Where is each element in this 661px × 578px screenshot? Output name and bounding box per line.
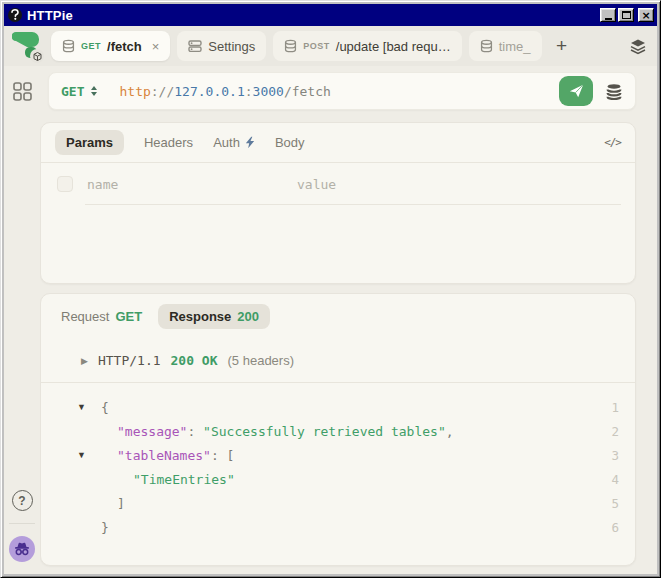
headers-count: (5 headers) <box>228 353 294 368</box>
fold-open-icon[interactable]: ▼ <box>77 450 101 460</box>
database-icon <box>62 39 75 53</box>
code-view-toggle-icon[interactable]: </> <box>604 136 621 149</box>
response-panel: Request GET Response 200 ▶ HTTP/1.1 200 … <box>40 293 636 566</box>
method-value: GET <box>61 84 84 99</box>
tab-method: GET <box>81 41 101 51</box>
help-icon[interactable]: ? <box>12 490 33 511</box>
server-icon <box>188 39 202 53</box>
code-line: ▼"tableNames": [3 <box>41 443 635 467</box>
fold-open-icon[interactable]: ▼ <box>77 402 101 412</box>
tab-params[interactable]: Params <box>55 130 124 155</box>
url-bar: GET http://127.0.0.1:3000/fetch <box>48 72 636 110</box>
line-number: 4 <box>603 472 635 487</box>
close-button[interactable]: × <box>638 8 654 22</box>
code-text: { <box>101 400 603 415</box>
response-status-line[interactable]: ▶ HTTP/1.1 200 OK (5 headers) <box>41 337 635 382</box>
window-title: HTTPie <box>27 8 598 23</box>
code-text: "TimeEntries" <box>101 472 603 487</box>
minimize-button[interactable] <box>600 8 616 22</box>
code-line: "TimeEntries"4 <box>41 467 635 491</box>
tab-method: POST <box>303 41 330 51</box>
environment-icon[interactable] <box>601 76 627 106</box>
incognito-icon <box>14 542 30 556</box>
close-tab-icon[interactable]: × <box>152 40 160 53</box>
tab-response[interactable]: Response 200 <box>158 304 270 329</box>
line-number: 1 <box>603 400 635 415</box>
url-port: 3000 <box>253 84 284 99</box>
tab-label: /update [bad requ… <box>336 39 451 54</box>
param-row-divider <box>85 204 621 205</box>
code-text: } <box>101 520 603 535</box>
url-input[interactable]: http://127.0.0.1:3000/fetch <box>119 84 551 99</box>
code-text: "tableNames": [ <box>101 448 603 463</box>
left-rail: ? <box>4 66 40 574</box>
collections-grid-icon[interactable] <box>13 82 32 101</box>
app-window: HTTPie × <box>0 0 661 578</box>
paper-plane-icon <box>568 83 585 99</box>
sidebar-divider <box>9 523 35 524</box>
httpie-window-icon <box>7 7 23 23</box>
code-line: "message": "Successfully retrieved table… <box>41 419 635 443</box>
request-panel: Params Headers Auth Body </> <box>40 122 636 284</box>
tab-label: time_ <box>499 39 531 54</box>
url-path: /fetch <box>284 84 331 99</box>
user-avatar[interactable] <box>9 536 35 562</box>
request-tab-strip: GET /fetch × Settings POS <box>4 26 657 66</box>
line-number: 2 <box>603 424 635 439</box>
param-name-input[interactable]: name <box>87 177 283 192</box>
request-panel-tabs: Params Headers Auth Body </> <box>41 123 635 163</box>
tab-post-update[interactable]: POST /update [bad requ… <box>273 31 461 61</box>
request-method-badge: GET <box>115 309 142 324</box>
fold-closed-icon[interactable]: ▶ <box>81 356 88 366</box>
tab-time[interactable]: time_ <box>469 31 542 61</box>
tab-label: /fetch <box>107 39 142 54</box>
url-host: 127.0.0.1 <box>174 84 244 99</box>
param-row: name value <box>41 163 635 204</box>
tab-get-fetch[interactable]: GET /fetch × <box>51 31 170 61</box>
tab-settings[interactable]: Settings <box>177 31 266 61</box>
layers-icon[interactable] <box>629 38 647 55</box>
tab-auth[interactable]: Auth <box>213 135 255 150</box>
status-code: 200 OK <box>171 353 218 368</box>
url-scheme: http <box>119 84 150 99</box>
titlebar[interactable]: HTTPie × <box>4 4 657 26</box>
httpie-logo <box>12 30 42 62</box>
new-tab-button[interactable]: + <box>549 31 575 61</box>
package-badge-icon <box>30 49 44 63</box>
protocol: HTTP/1.1 <box>98 353 161 368</box>
code-line: }6 <box>41 515 635 539</box>
method-dropdown-icon <box>91 86 97 96</box>
method-select[interactable]: GET <box>61 84 97 99</box>
line-number: 3 <box>603 448 635 463</box>
database-icon <box>480 39 493 53</box>
tab-request[interactable]: Request GET <box>61 309 142 324</box>
line-number: 5 <box>603 496 635 511</box>
lightning-bolt-icon <box>245 136 255 149</box>
app-content: GET /fetch × Settings POS <box>4 26 657 574</box>
param-value-input[interactable]: value <box>297 177 336 192</box>
response-body: ▼{1"message": "Successfully retrieved ta… <box>41 383 635 565</box>
code-line: ]5 <box>41 491 635 515</box>
send-button[interactable] <box>559 76 593 106</box>
response-panel-tabs: Request GET Response 200 <box>41 294 635 337</box>
code-line: ▼{1 <box>41 395 635 419</box>
param-checkbox[interactable] <box>57 176 73 192</box>
tab-label: Settings <box>208 39 255 54</box>
code-text: ] <box>101 496 603 511</box>
line-number: 6 <box>603 520 635 535</box>
response-status-badge: 200 <box>237 309 259 324</box>
code-text: "message": "Successfully retrieved table… <box>101 424 603 439</box>
database-icon <box>284 39 297 53</box>
tab-headers[interactable]: Headers <box>144 135 193 150</box>
tab-body[interactable]: Body <box>275 135 305 150</box>
maximize-button[interactable] <box>618 8 634 22</box>
